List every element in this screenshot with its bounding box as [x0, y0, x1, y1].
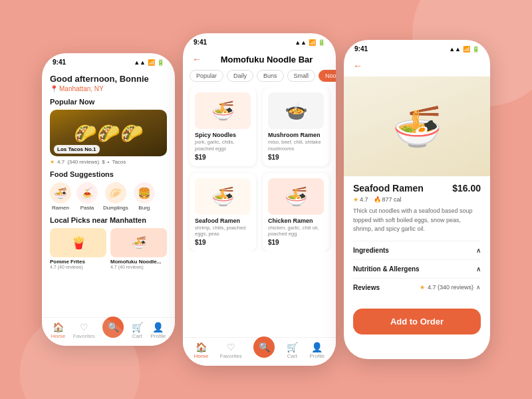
search-button-left[interactable]: 🔍: [102, 317, 124, 338]
home-icon-mid: 🏠: [196, 342, 207, 352]
bottom-nav-mid: 🏠 Home ♡ Favorites 🔍 🛒 Cart 👤 Profile: [183, 337, 336, 366]
menu-item-3[interactable]: 🍜 Chicken Ramen chicken, garlic, chili o…: [263, 173, 329, 252]
heart-icon-mid: ♡: [227, 342, 235, 352]
home-icon: 🏠: [53, 322, 64, 332]
filter-popular[interactable]: Popular: [190, 70, 223, 82]
suggestion-dumplings[interactable]: 🥟 Dumplings: [103, 182, 128, 211]
suggestion-burger[interactable]: 🍔 Burg: [134, 182, 155, 211]
battery-icon-left: 🔋: [157, 59, 164, 66]
local-picks-title: Local Picks near Manhatten: [50, 216, 167, 224]
accordion-nutrition[interactable]: Nutrition & Allergens ∧: [353, 259, 481, 278]
signal-icon-left: ▲▲: [134, 59, 146, 66]
filter-daily[interactable]: Daily: [227, 70, 253, 82]
back-button-mid[interactable]: ←: [192, 54, 201, 65]
suggestion-list: 🍜 Ramen 🍝 Pasta 🥟 Dumplings 🍔 Burg: [50, 182, 167, 211]
cart-icon-mid: 🛒: [287, 342, 298, 352]
popular-sub-info: ★ 4.7 (340 reviews) $ • Tacos: [50, 159, 167, 165]
suggestion-pasta[interactable]: 🍝 Pasta: [76, 182, 98, 211]
flame-icon: 🔥: [374, 196, 381, 203]
accordion-ingredients[interactable]: Ingredients ∧: [353, 241, 481, 259]
nav-favorites-mid[interactable]: ♡ Favorites: [220, 342, 242, 359]
filter-small[interactable]: Small: [287, 70, 316, 82]
popular-restaurant-image[interactable]: 🌮🌮🌮 Los Tacos No.1: [50, 110, 167, 156]
add-to-order-button[interactable]: Add to Order: [353, 309, 481, 334]
cart-icon: 🛒: [132, 322, 143, 332]
menu-grid: 🍜 Spicy Noodles pork, garlic, chilis, po…: [183, 87, 336, 251]
nav-profile-left[interactable]: 👤 Profile: [150, 322, 166, 339]
accordion-reviews[interactable]: Reviews ★ 4.7 (340 reviews) ∧: [353, 278, 481, 297]
chevron-up-icon-reviews: ∧: [476, 284, 481, 291]
bottom-nav-left: 🏠 Home ♡ Favorites 🔍 🛒 Cart 👤 Profile: [42, 317, 175, 346]
dish-price: $16.00: [452, 183, 481, 194]
filter-buns[interactable]: Buns: [257, 70, 284, 82]
battery-icon-right: 🔋: [472, 46, 479, 53]
nav-home-mid[interactable]: 🏠 Home: [194, 342, 208, 359]
search-button-mid[interactable]: 🔍: [253, 336, 275, 358]
menu-item-0[interactable]: 🍜 Spicy Noodles pork, garlic, chilis, po…: [190, 87, 256, 166]
nav-profile-mid[interactable]: 👤 Profile: [309, 342, 325, 359]
nav-favorites-left[interactable]: ♡ Favorites: [73, 322, 95, 339]
right-header: ←: [344, 55, 490, 76]
status-time-right: 9:41: [354, 45, 368, 53]
local-pick-1[interactable]: 🍜 Momofuku Noodle... 4.7 (40 reviews): [110, 228, 167, 269]
filter-noodles[interactable]: Noodles: [319, 70, 336, 82]
local-pick-0[interactable]: 🍟 Pomme Frites 4.7 (40 reviews): [50, 228, 106, 269]
star-icon: ★: [50, 159, 55, 165]
nav-home-left[interactable]: 🏠 Home: [51, 322, 65, 339]
wifi-icon-mid: 📶: [309, 39, 316, 46]
ramen-bowl-image: 🍜: [392, 103, 442, 150]
profile-icon-mid: 👤: [311, 342, 323, 352]
chevron-up-icon-nutrition: ∧: [476, 265, 481, 273]
menu-item-1[interactable]: 🍲 Mushroom Ramen miso, beef, chili, shit…: [263, 87, 329, 166]
restaurant-badge: Los Tacos No.1: [54, 145, 100, 154]
right-phone: 9:41 ▲▲ 📶 🔋 ← 🍜 Seafood Ramen $16.00 ★ 4…: [344, 40, 490, 359]
back-button-right[interactable]: ←: [353, 61, 362, 71]
restaurant-title-mid: Momofuku Noodle Bar: [207, 55, 327, 65]
star-icon-reviews: ★: [420, 284, 425, 291]
dish-name: Seafood Ramen: [353, 183, 424, 194]
status-time-left: 9:41: [53, 59, 66, 66]
chevron-up-icon-ingredients: ∧: [476, 247, 481, 254]
food-hero-image: 🍜: [344, 76, 490, 176]
menu-item-2[interactable]: 🍜 Seafood Ramen shrimp, chilis, poached …: [190, 173, 256, 252]
food-suggestions-section: Food Suggestions 🍜 Ramen 🍝 Pasta 🥟 Dumpl…: [50, 170, 167, 211]
signal-icon-right: ▲▲: [449, 46, 461, 53]
dish-description: Thick cut noodles with a seafood based s…: [353, 207, 481, 234]
suggestions-title: Food Suggestions: [50, 170, 167, 178]
wifi-icon-left: 📶: [148, 59, 155, 66]
wifi-icon-right: 📶: [463, 46, 470, 53]
location-text: 📍 Manhattan, NY: [50, 85, 167, 92]
local-picks-section: Local Picks near Manhatten 🍟 Pomme Frite…: [50, 216, 167, 269]
status-time-mid: 9:41: [194, 39, 207, 46]
detail-body: Seafood Ramen $16.00 ★ 4.7 🔥 877 cal Thi…: [344, 176, 490, 303]
filter-bar: Popular Daily Buns Small Noodles De...: [183, 70, 336, 87]
left-phone: 9:41 ▲▲ 📶 🔋 Good afternoon, Bonnie 📍 Man…: [42, 53, 175, 346]
nav-cart-mid[interactable]: 🛒 Cart: [287, 342, 298, 359]
popular-section-title: Popular Now: [50, 98, 167, 106]
signal-icon-mid: ▲▲: [295, 39, 307, 46]
greeting-text: Good afternoon, Bonnie: [50, 74, 167, 84]
star-icon-right: ★: [353, 196, 358, 203]
mid-phone: 9:41 ▲▲ 📶 🔋 ← Momofuku Noodle Bar Popula…: [183, 33, 336, 366]
heart-icon: ♡: [80, 322, 88, 332]
suggestion-ramen[interactable]: 🍜 Ramen: [50, 182, 71, 211]
dish-rating: ★ 4.7: [353, 196, 368, 203]
profile-icon: 👤: [152, 322, 164, 332]
battery-icon-mid: 🔋: [318, 39, 325, 46]
pin-icon: 📍: [50, 85, 58, 92]
dish-calories: 🔥 877 cal: [374, 196, 402, 203]
nav-cart-left[interactable]: 🛒 Cart: [132, 322, 143, 339]
mid-header: ← Momofuku Noodle Bar: [183, 49, 336, 70]
